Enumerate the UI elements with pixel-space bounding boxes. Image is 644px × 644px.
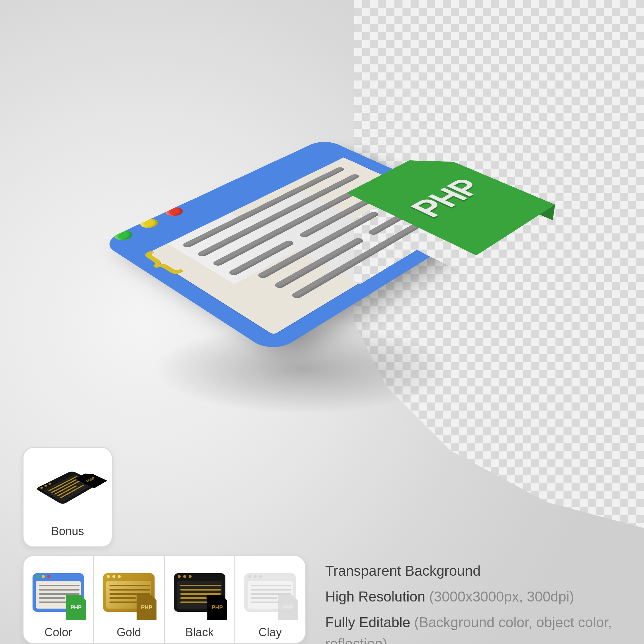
variant-clay-label: Clay <box>259 626 282 639</box>
variant-black-thumb-icon: PHP <box>174 573 225 612</box>
traffic-light-green-icon <box>110 229 136 242</box>
traffic-light-yellow-icon <box>137 217 162 230</box>
variant-color-cell[interactable]: PHP Color <box>24 556 94 643</box>
variant-gold-cell[interactable]: PHP Gold <box>94 556 165 643</box>
bonus-variant-card[interactable]: PHP Bonus <box>23 447 113 547</box>
bonus-thumbnail-icon: PHP <box>35 471 99 505</box>
mini-php-tag: PHP <box>137 595 157 621</box>
variant-color-thumb-icon: PHP <box>33 573 84 612</box>
variant-color-label: Color <box>44 626 72 639</box>
variant-gold-thumb-icon: PHP <box>103 573 155 612</box>
variant-gold-label: Gold <box>117 626 141 639</box>
variant-strip: PHP Color PHP Gold PHP Black <box>23 555 306 644</box>
mini-php-tag: PHP <box>66 595 87 621</box>
curly-brace-open-icon: { <box>132 246 185 279</box>
feature-list: Transparent Background High Resolution (… <box>325 560 621 644</box>
traffic-light-red-icon <box>162 205 186 218</box>
variant-black-cell[interactable]: PHP Black <box>165 556 235 643</box>
variant-black-label: Black <box>185 626 214 639</box>
bonus-variant-label: Bonus <box>24 525 112 538</box>
mini-php-tag: PHP <box>207 595 228 621</box>
feature-editable: Fully Editable <box>325 614 414 630</box>
hero-3d-icon: { } PHP <box>93 19 512 438</box>
feature-transparent-bg: Transparent Background <box>325 563 481 579</box>
feature-high-res-detail: (3000x3000px, 300dpi) <box>429 589 574 604</box>
code-window-icon: { } PHP <box>100 138 497 354</box>
feature-high-res: High Resolution <box>325 589 429 604</box>
variant-clay-cell[interactable]: PHP Clay <box>235 556 305 643</box>
variant-clay-thumb-icon: PHP <box>244 573 296 612</box>
mini-php-tag: PHP <box>278 595 298 621</box>
